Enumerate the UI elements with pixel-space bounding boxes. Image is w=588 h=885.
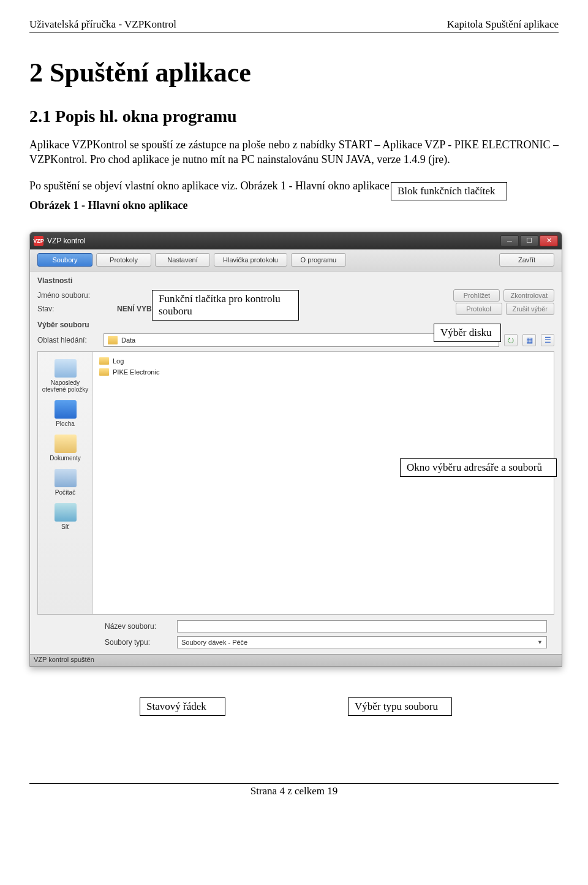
label-stav: Stav: — [37, 305, 117, 313]
place-documents[interactable]: Dokumenty — [38, 431, 92, 465]
status-text: VZP kontrol spuštěn — [34, 656, 94, 663]
file-log-label: Log — [113, 357, 124, 365]
computer-icon — [55, 469, 77, 487]
folder-icon — [99, 368, 109, 376]
nav-up-icon[interactable]: ⭮ — [504, 334, 518, 346]
callout-vyber-disku: Výběr disku — [434, 324, 501, 342]
folder-icon — [108, 336, 118, 344]
toolbar-protokoly[interactable]: Protokoly — [96, 253, 151, 267]
toolbar-zavrit[interactable]: Zavřít — [499, 253, 554, 267]
place-recent-label: Naposledy otevřené položky — [39, 379, 91, 393]
footer-text: Strana 4 z celkem 19 — [251, 785, 338, 797]
minimize-button[interactable]: ─ — [500, 235, 519, 246]
window-title: VZP kontrol — [47, 237, 500, 245]
label-nazev-souboru: Název souboru: — [105, 622, 172, 631]
toolbar-nastaveni[interactable]: Nastavení — [155, 253, 210, 267]
network-icon — [55, 503, 77, 522]
btn-protokol[interactable]: Protokol — [456, 303, 502, 315]
label-oblast-hledani: Oblast hledání: — [37, 336, 99, 344]
file-pike-label: PIKE Electronic — [113, 368, 159, 376]
btn-zkontrolovat[interactable]: Zkontrolovat — [503, 289, 554, 302]
close-button[interactable]: ✕ — [540, 235, 558, 246]
toolbar-oprogramu[interactable]: O programu — [291, 253, 346, 267]
desktop-icon — [55, 400, 77, 419]
list-item[interactable]: PIKE Electronic — [99, 367, 548, 378]
place-computer[interactable]: Počítač — [38, 465, 92, 499]
view-list-icon[interactable]: ☰ — [541, 334, 554, 346]
header-right: Kapitola Spuštění aplikace — [447, 18, 559, 31]
maximize-button[interactable]: ☐ — [520, 235, 538, 246]
paragraph-1: Aplikace VZPKontrol se spouští ze zástup… — [29, 137, 559, 167]
recent-icon — [55, 359, 77, 378]
heading-2: 2.1 Popis hl. okna programu — [29, 107, 559, 126]
place-desktop-label: Plocha — [56, 420, 75, 427]
input-nazev-souboru[interactable] — [177, 620, 547, 632]
app-icon: VZP — [34, 236, 43, 246]
callout-funkcni-tlacitka: Funkční tlačítka pro kontrolu souboru — [152, 290, 299, 321]
combo-typ-value: Soubory dávek - Péče — [181, 639, 247, 646]
label-jmeno-souboru: Jméno souboru: — [37, 291, 117, 300]
figure-1: Funkční tlačítka pro kontrolu souboru Vý… — [29, 213, 568, 667]
callout-stavovy-radek: Stavový řádek — [140, 697, 225, 716]
titlebar: VZP VZP kontrol ─ ☐ ✕ — [30, 232, 562, 249]
heading-1: 2 Spuštění aplikace — [29, 57, 559, 88]
toolbar-hlavicka[interactable]: Hlavička protokolu — [214, 253, 287, 267]
place-network-label: Síť — [61, 523, 69, 530]
callout-vyber-typu: Výběr typu souboru — [348, 697, 452, 716]
callout-okno-vyberu: Okno výběru adresáře a souborů — [400, 458, 557, 477]
places-bar: Naposledy otevřené položky Plocha Dokume… — [38, 352, 93, 614]
figure-caption: Obrázek 1 - Hlavní okno aplikace — [29, 199, 559, 212]
folder-icon — [99, 357, 109, 365]
callout-blok-tlacitek: Blok funkčních tlačítek — [391, 182, 507, 200]
page-header: Uživatelská příručka - VZPKontrol Kapito… — [29, 18, 559, 32]
place-desktop[interactable]: Plocha — [38, 397, 92, 431]
page-footer: Strana 4 z celkem 19 — [29, 783, 559, 797]
btn-zrusit-vyber[interactable]: Zrušit výběr — [506, 303, 554, 315]
view-grid-icon[interactable]: ▦ — [522, 334, 536, 346]
documents-icon — [55, 435, 77, 453]
header-left: Uživatelská příručka - VZPKontrol — [29, 18, 176, 31]
chevron-down-icon: ▼ — [537, 639, 543, 645]
combo-soubory-typu[interactable]: Soubory dávek - Péče ▼ — [177, 636, 547, 648]
main-toolbar: Soubory Protokoly Nastavení Hlavička pro… — [30, 249, 562, 272]
btn-prohlizet[interactable]: Prohlížet — [453, 289, 500, 302]
file-chooser: Naposledy otevřené položky Plocha Dokume… — [37, 351, 554, 615]
combo-oblast-value: Data — [121, 336, 135, 344]
place-network[interactable]: Síť — [38, 499, 92, 534]
place-computer-label: Počítač — [55, 489, 75, 496]
place-recent[interactable]: Naposledy otevřené položky — [38, 355, 92, 397]
list-item[interactable]: Log — [99, 355, 548, 367]
props-title: Vlastnosti — [37, 276, 554, 285]
toolbar-soubory[interactable]: Soubory — [37, 253, 92, 267]
place-documents-label: Dokumenty — [50, 455, 81, 461]
file-list[interactable]: Log PIKE Electronic — [93, 352, 554, 614]
status-bar: VZP kontrol spuštěn — [30, 654, 562, 666]
label-soubory-typu: Soubory typu: — [105, 638, 172, 647]
